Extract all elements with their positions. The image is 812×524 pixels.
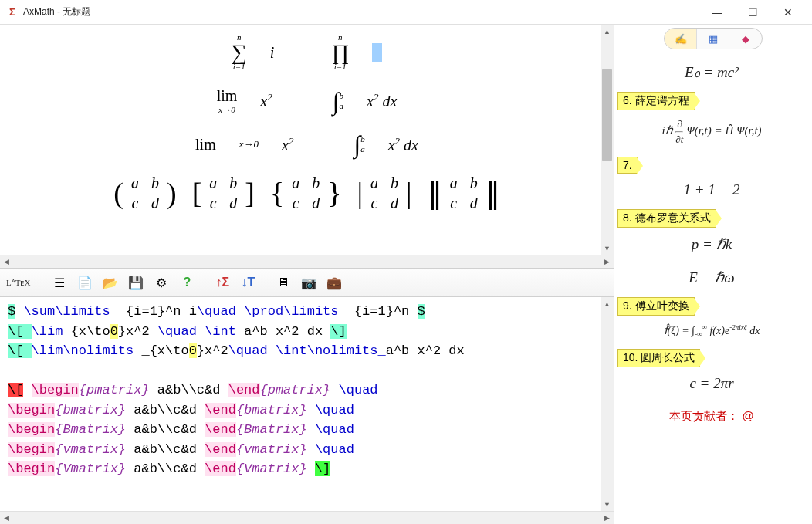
list-button[interactable]: ☰: [48, 271, 71, 294]
editor-vscroll[interactable]: ▲ ▼: [601, 297, 614, 511]
latex-editor[interactable]: $ \sum\limits _{i=1}^n i\quad \prod\limi…: [0, 297, 614, 511]
sigma-up-icon: ↑Σ: [216, 276, 230, 289]
app-icon: Σ: [6, 6, 19, 19]
formula-header-8[interactable]: 8. 德布罗意关系式: [617, 209, 716, 228]
formula-library[interactable]: E₀ = mc² 6. 薛定谔方程 iℏ ∂∂t Ψ(r,t) = Ĥ Ψ(r,…: [614, 52, 812, 524]
save-icon: 💾: [128, 276, 144, 290]
to-text-button[interactable]: ↓T: [236, 271, 259, 294]
formula-circumference[interactable]: c = 2πr: [617, 367, 806, 400]
formula-header-9[interactable]: 9. 傅立叶变换: [617, 297, 695, 316]
formula-preview[interactable]: n∑i=1 i n∏i=1 limx→0 x2 ∫ba x2 dx limx→0…: [0, 25, 614, 255]
tab-grid[interactable]: ▦: [697, 29, 729, 49]
briefcase-icon: 💼: [326, 276, 342, 290]
tag-icon: ◆: [742, 33, 749, 45]
hand-icon: ✍: [675, 33, 687, 45]
monitor-icon: 🖥: [277, 276, 289, 289]
scroll-up-icon[interactable]: ▲: [601, 297, 614, 310]
scroll-down-icon[interactable]: ▼: [601, 498, 614, 511]
text-down-icon: ↓T: [242, 276, 255, 289]
formula-header-7[interactable]: 7.: [617, 157, 638, 174]
preview-vscroll[interactable]: ▲ ▼: [601, 25, 614, 255]
briefcase-button[interactable]: 💼: [323, 271, 346, 294]
preview-hscroll[interactable]: ◀ ▶: [0, 255, 614, 268]
formula-fourier[interactable]: f̂(ξ) = ∫-∞∞ f(x)e-2πixξ dx: [617, 316, 806, 346]
page-icon: 📄: [77, 276, 93, 290]
close-icon: ✕: [783, 6, 793, 19]
minimize-icon: —: [712, 6, 722, 19]
tab-tag[interactable]: ◆: [729, 29, 762, 49]
latex-toolbar: LᴬTᴇX ☰ 📄 📂 💾 ⚙ ? ↑Σ ↓T 🖥 📷 💼: [0, 268, 614, 297]
camera-button[interactable]: 📷: [297, 271, 320, 294]
scroll-up-icon[interactable]: ▲: [601, 25, 614, 38]
minimize-button[interactable]: —: [699, 0, 735, 25]
settings-button[interactable]: ⚙: [150, 271, 173, 294]
save-button[interactable]: 💾: [124, 271, 147, 294]
gear-icon: ⚙: [156, 276, 167, 290]
scroll-down-icon[interactable]: ▼: [601, 242, 614, 255]
editor-hscroll[interactable]: ◀ ▶: [0, 511, 614, 524]
formula-e0[interactable]: E₀ = mc²: [617, 56, 806, 89]
contributor-label: 本页贡献者： @: [617, 403, 806, 430]
list-icon: ☰: [54, 276, 65, 290]
scroll-left-icon[interactable]: ◀: [0, 255, 13, 268]
tab-handwrite[interactable]: ✍: [665, 29, 697, 49]
camera-icon: 📷: [301, 276, 316, 290]
maximize-button[interactable]: ☐: [735, 0, 770, 25]
maximize-icon: ☐: [748, 6, 758, 19]
formula-schrodinger[interactable]: iℏ ∂∂t Ψ(r,t) = Ĥ Ψ(r,t): [617, 110, 806, 154]
scroll-right-icon[interactable]: ▶: [601, 255, 614, 268]
latex-label: LᴬTᴇX: [6, 278, 30, 288]
formula-1plus1[interactable]: 1 + 1 = 2: [617, 174, 806, 206]
to-formula-button[interactable]: ↑Σ: [211, 271, 234, 294]
page-button[interactable]: 📄: [73, 271, 96, 294]
folder-icon: 📂: [103, 276, 118, 290]
window-title: AxMath - 无标题: [23, 5, 90, 19]
sidebar-tabs: ✍ ▦ ◆: [614, 25, 812, 52]
formula-debroglie-e[interactable]: E = ℏω: [617, 261, 806, 294]
formula-debroglie-p[interactable]: p = ℏk: [617, 228, 806, 261]
open-button[interactable]: 📂: [99, 271, 122, 294]
help-button[interactable]: ?: [175, 271, 198, 294]
close-button[interactable]: ✕: [770, 0, 806, 25]
grid-icon: ▦: [709, 33, 718, 45]
scroll-right-icon[interactable]: ▶: [601, 512, 614, 524]
formula-header-6[interactable]: 6. 薛定谔方程: [617, 92, 695, 110]
scroll-left-icon[interactable]: ◀: [0, 512, 13, 524]
help-icon: ?: [184, 276, 191, 289]
monitor-button[interactable]: 🖥: [272, 271, 295, 294]
formula-header-10[interactable]: 10. 圆周长公式: [617, 349, 700, 367]
